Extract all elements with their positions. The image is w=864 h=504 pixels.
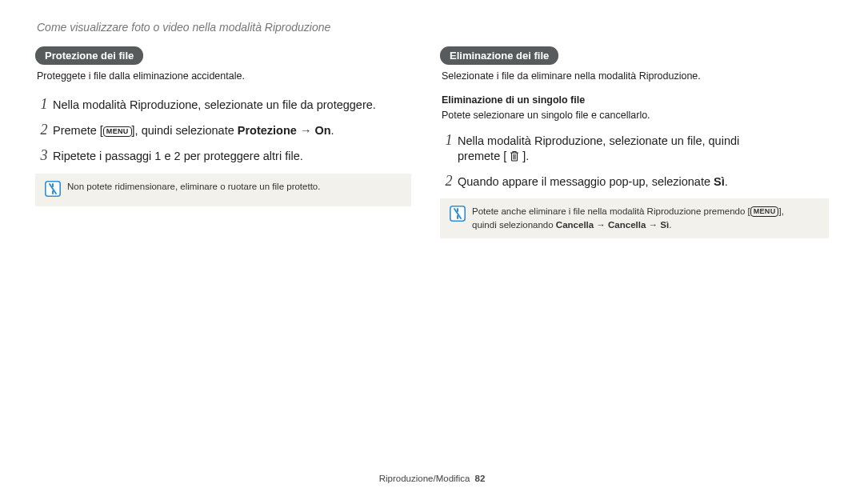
protect-step-1: 1 Nella modalità Riproduzione, seleziona… xyxy=(35,94,411,114)
text: Potete anche eliminare i file nella moda… xyxy=(472,206,750,216)
protect-step-2: 2 Premete [MENU], quindi selezionate Pro… xyxy=(35,120,411,139)
protect-step-3: 3 Ripetete i passaggi 1 e 2 per protegge… xyxy=(35,146,411,165)
note-icon xyxy=(45,181,61,200)
delete-single-heading: Eliminazione di un singolo file xyxy=(442,94,829,106)
text: Quando appare il messaggio pop-up, selez… xyxy=(458,175,714,188)
column-left: Protezione dei file Proteggete i file da… xyxy=(35,46,432,474)
text: Premete [ xyxy=(53,124,103,137)
trash-icon xyxy=(510,150,519,162)
menu-icon: MENU xyxy=(750,206,779,217)
footer-label: Riproduzione/Modifica xyxy=(379,474,470,483)
delete-intro: Selezionate i file da eliminare nella mo… xyxy=(442,70,829,83)
step-text: Nella modalità Riproduzione, selezionate… xyxy=(458,134,829,165)
protect-intro: Proteggete i file dalla eliminazione acc… xyxy=(37,70,411,83)
bold-text: Sì xyxy=(714,175,725,188)
step-text: Quando appare il messaggio pop-up, selez… xyxy=(458,174,829,190)
delete-steps: 1 Nella modalità Riproduzione, seleziona… xyxy=(440,130,829,190)
text: . xyxy=(669,220,671,230)
note-box-protect: Non potete ridimensionare, eliminare o r… xyxy=(35,174,411,206)
step-number: 3 xyxy=(35,146,53,165)
text: Nella modalità Riproduzione, selezionate… xyxy=(458,134,739,147)
bold-text: Protezione → On xyxy=(238,124,331,137)
columns: Protezione dei file Proteggete i file da… xyxy=(35,46,829,474)
text: . xyxy=(331,124,334,137)
delete-step-2: 2 Quando appare il messaggio pop-up, sel… xyxy=(440,171,829,190)
text: ], xyxy=(778,206,783,216)
note-icon xyxy=(450,206,466,225)
step-number: 1 xyxy=(35,94,53,114)
document-page: Come visualizzare foto o video nella mod… xyxy=(0,0,864,504)
step-number: 2 xyxy=(35,120,53,139)
step-text: Premete [MENU], quindi selezionate Prote… xyxy=(53,123,411,139)
step-text: Nella modalità Riproduzione, selezionate… xyxy=(53,98,411,114)
text: premete [ xyxy=(458,150,510,162)
section-pill-protect: Protezione dei file xyxy=(35,46,143,65)
footer-page-number: 82 xyxy=(475,474,486,483)
delete-single-intro: Potete selezionare un singolo file e can… xyxy=(442,109,829,122)
step-number: 2 xyxy=(440,171,458,190)
protect-steps: 1 Nella modalità Riproduzione, seleziona… xyxy=(35,94,411,166)
text: ], quindi selezionate xyxy=(132,124,238,137)
text: . xyxy=(725,175,728,188)
page-title: Come visualizzare foto o video nella mod… xyxy=(37,21,829,34)
column-right: Eliminazione dei file Selezionate i file… xyxy=(432,46,829,474)
section-pill-delete: Eliminazione dei file xyxy=(440,46,558,65)
note-text: Non potete ridimensionare, eliminare o r… xyxy=(67,180,320,194)
text: ]. xyxy=(519,150,529,162)
step-text: Ripetete i passaggi 1 e 2 per proteggere… xyxy=(53,149,411,165)
note-text: Potete anche eliminare i file nella moda… xyxy=(472,205,784,231)
menu-icon: MENU xyxy=(103,126,132,137)
step-number: 1 xyxy=(440,130,458,150)
delete-step-1: 1 Nella modalità Riproduzione, seleziona… xyxy=(440,130,829,165)
bold-text: Cancella → Cancella → Sì xyxy=(556,220,669,230)
text: quindi selezionando xyxy=(472,220,556,230)
note-box-delete: Potete anche eliminare i file nella moda… xyxy=(440,198,829,238)
page-footer: Riproduzione/Modifica82 xyxy=(35,474,829,485)
